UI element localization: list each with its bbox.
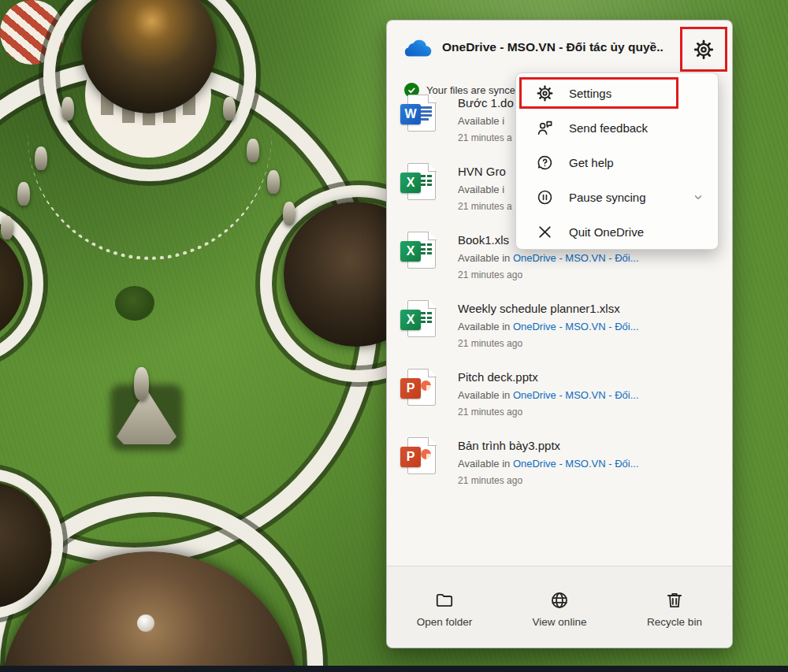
file-timestamp: 21 minutes ago [458,405,721,419]
file-row[interactable]: X Weekly schedule planner1.xlsx Availabl… [406,295,721,364]
garden-statue [35,147,47,170]
file-name: Bản trình bày3.pptx [458,437,721,454]
menu-item-pause-syncing[interactable]: Pause syncing [516,180,718,214]
open-folder-button[interactable]: Open folder [387,587,502,628]
word-file-icon: W [407,95,436,132]
garden-statue [1,216,13,239]
garden-statue [283,202,296,225]
onedrive-location-link[interactable]: OneDrive - MSO.VN - Đối... [513,321,639,332]
close-icon [536,223,554,241]
globe-icon [549,590,570,611]
garden-statue [267,170,280,194]
gear-icon [536,84,554,102]
pause-icon [536,188,554,206]
onedrive-location-link[interactable]: OneDrive - MSO.VN - Đối... [513,389,639,401]
garden-statue [247,139,259,162]
onedrive-location-link[interactable]: OneDrive - MSO.VN - Đối... [513,458,639,470]
file-name: Weekly schedule planner1.xlsx [458,300,721,317]
garden-statue [223,97,236,121]
onedrive-location-link[interactable]: OneDrive - MSO.VN - Đối... [513,252,639,264]
desktop-screen: OneDrive - MSO.VN - Đối tác ủy quyề.. [0,0,788,672]
gear-icon [693,39,715,61]
view-online-button[interactable]: View online [502,587,617,628]
garden-statue [17,182,30,206]
menu-item-get-help[interactable]: Get help [516,145,718,180]
file-status: Available in OneDrive - MSO.VN - Đối... [458,251,721,266]
file-row[interactable]: P Pitch deck.pptx Available in OneDrive … [406,364,721,433]
file-timestamp: 21 minutes ago [458,473,721,488]
roof-finial-ball [137,614,154,632]
file-status: Available in OneDrive - MSO.VN - Đối... [458,388,721,403]
file-timestamp: 21 minutes ago [458,268,721,282]
menu-item-quit-onedrive[interactable]: Quit OneDrive [516,214,718,249]
settings-context-menu: Settings Send feedback Get help Pause sy… [515,72,719,250]
flyout-title: OneDrive - MSO.VN - Đối tác ủy quyề.. [442,40,663,54]
chevron-down-icon [693,191,704,202]
excel-file-icon: X [407,300,436,337]
center-statue [134,367,149,400]
excel-file-icon: X [407,232,436,269]
flyout-footer: Open folder View online Recycle bin [387,566,732,648]
powerpoint-file-icon: P [407,437,436,474]
annotation-box-gear [680,27,727,72]
file-timestamp: 21 minutes ago [458,336,721,351]
flyout-header: OneDrive - MSO.VN - Đối tác ủy quyề.. [403,38,669,57]
menu-item-send-feedback[interactable]: Send feedback [516,110,718,145]
menu-item-settings[interactable]: Settings [516,76,718,110]
file-status: Available in OneDrive - MSO.VN - Đối... [458,456,721,472]
file-status: Available in OneDrive - MSO.VN - Đối... [458,319,721,335]
onedrive-cloud-icon [403,38,433,57]
taskbar-sliver [0,666,788,672]
garden-statue [61,97,74,121]
powerpoint-file-icon: P [407,369,436,406]
file-name: Pitch deck.pptx [458,369,721,385]
lawn-bush [115,286,154,321]
folder-icon [434,590,455,611]
file-row[interactable]: P Bản trình bày3.pptx Available in OneDr… [406,433,721,501]
settings-gear-button[interactable] [692,38,716,61]
recycle-bin-button[interactable]: Recycle bin [617,587,732,628]
feedback-icon [536,119,554,137]
help-icon [536,154,554,172]
trash-icon [664,590,685,611]
excel-file-icon: X [407,163,436,200]
